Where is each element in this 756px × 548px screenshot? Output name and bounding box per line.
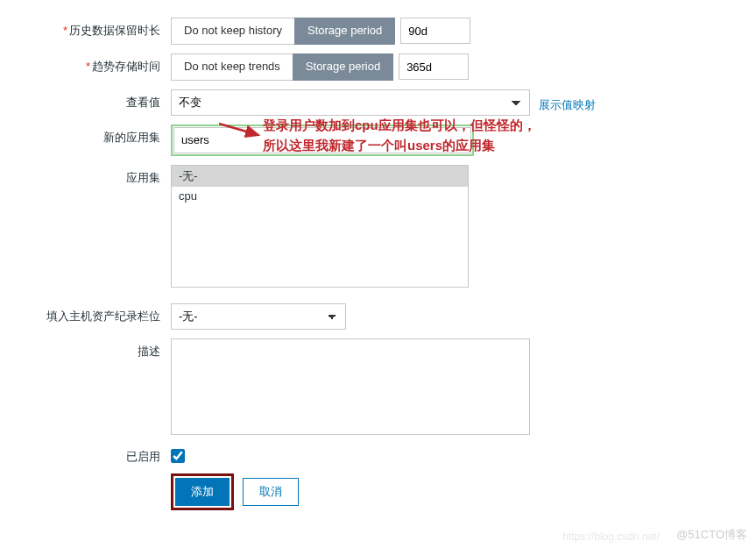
label-description: 描述 [0,338,171,359]
label-new-application: 新的应用集 [0,125,171,146]
row-trend-retention: *趋势存储时间 Do not keep trends Storage perio… [0,53,756,81]
history-no-keep-button[interactable]: Do not keep history [171,18,294,45]
row-enabled: 已启用 [0,444,756,465]
row-buttons: 添加 取消 [0,473,756,510]
description-textarea[interactable] [171,338,530,435]
row-history-retention: *历史数据保留时长 Do not keep history Storage pe… [0,18,756,45]
applications-item-cpu[interactable]: cpu [172,187,468,205]
add-button-highlight: 添加 [171,473,234,510]
label-host-inventory: 填入主机资产纪录栏位 [0,303,171,324]
row-description: 描述 [0,338,756,435]
add-button[interactable]: 添加 [175,478,230,506]
history-storage-period-button[interactable]: Storage period [294,18,395,45]
host-inventory-select[interactable]: -无- [171,303,346,330]
show-value-mappings-link[interactable]: 展示值映射 [539,92,596,113]
label-show-value: 查看值 [0,89,171,110]
label-history: *历史数据保留时长 [0,18,171,39]
row-host-inventory: 填入主机资产纪录栏位 -无- [0,303,756,330]
label-enabled: 已启用 [0,444,171,465]
applications-listbox[interactable]: -无- cpu [171,165,469,288]
label-trends: *趋势存储时间 [0,53,171,75]
applications-item-none[interactable]: -无- [172,166,468,187]
trends-storage-period-button[interactable]: Storage period [293,53,393,81]
history-period-input[interactable] [400,18,470,44]
row-show-value: 查看值 不变 展示值映射 [0,89,756,116]
show-value-select[interactable]: 不变 [171,89,530,116]
enabled-checkbox[interactable] [171,449,185,463]
annotation-text: 登录用户数加到cpu应用集也可以，但怪怪的， 所以这里我新建了一个叫users的… [263,116,613,155]
watermark-csdn: https://blog.csdn.net/ [562,530,660,543]
row-applications: 应用集 -无- cpu [0,165,756,288]
label-applications: 应用集 [0,165,171,186]
trends-period-input[interactable] [399,53,469,80]
trends-no-keep-button[interactable]: Do not keep trends [171,53,293,81]
watermark-51cto: @51CTO博客 [676,527,747,543]
cancel-button[interactable]: 取消 [243,478,299,506]
